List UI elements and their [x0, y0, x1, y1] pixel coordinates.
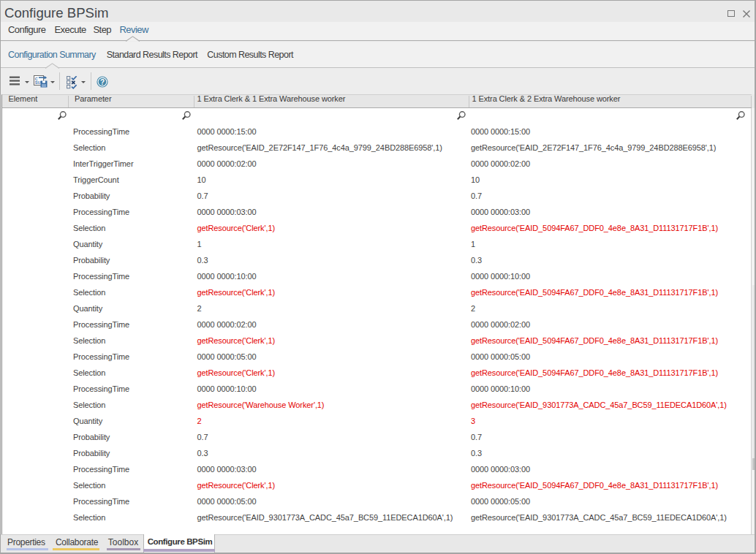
svg-text:SU: SU — [35, 80, 41, 85]
svg-text:?: ? — [99, 77, 104, 86]
